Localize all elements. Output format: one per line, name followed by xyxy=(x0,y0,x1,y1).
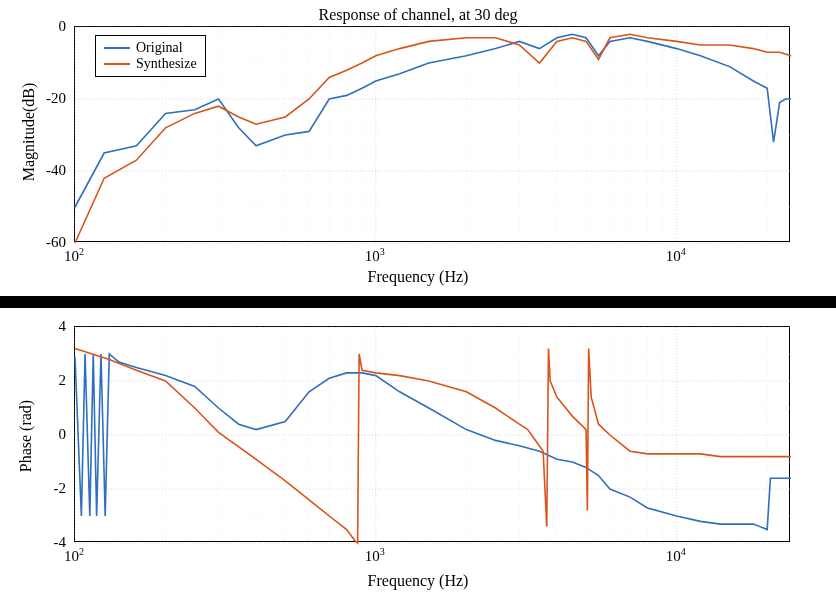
y-tick-label: -20 xyxy=(38,90,66,107)
y-tick-label: 0 xyxy=(38,18,66,35)
y-tick-label: -4 xyxy=(38,534,66,551)
bottom-chart: Phase (rad) Frequency (Hz) -4-2024 10210… xyxy=(0,308,836,605)
y-tick-label: 0 xyxy=(38,426,66,443)
x-tick-label: 102 xyxy=(64,246,84,265)
top-ylabel: Magnitude(dB) xyxy=(20,83,38,182)
y-tick-label: 4 xyxy=(38,318,66,335)
top-xlabel: Frequency (Hz) xyxy=(368,268,469,286)
legend-label-original: Original xyxy=(136,40,183,56)
bottom-xlabel: Frequency (Hz) xyxy=(368,572,469,590)
x-tick-label: 104 xyxy=(666,546,686,565)
x-tick-label: 103 xyxy=(365,246,385,265)
x-tick-label: 102 xyxy=(64,546,84,565)
top-plot-area: Original Synthesize xyxy=(74,26,790,242)
bottom-plot-area xyxy=(74,326,790,542)
legend-label-synthesize: Synthesize xyxy=(136,56,197,72)
bottom-lines xyxy=(75,327,791,543)
y-tick-label: -60 xyxy=(38,234,66,251)
legend-item-synthesize: Synthesize xyxy=(104,56,197,72)
y-tick-label: -2 xyxy=(38,480,66,497)
y-tick-label: 2 xyxy=(38,372,66,389)
top-chart: Response of channel, at 30 deg Magnitude… xyxy=(0,0,836,296)
y-tick-label: -40 xyxy=(38,162,66,179)
x-tick-label: 104 xyxy=(666,246,686,265)
bottom-grid xyxy=(75,327,791,543)
legend-item-original: Original xyxy=(104,40,197,56)
legend-swatch-synthesize xyxy=(104,63,130,65)
top-title: Response of channel, at 30 deg xyxy=(318,6,517,24)
bottom-ylabel: Phase (rad) xyxy=(17,400,35,472)
legend: Original Synthesize xyxy=(95,35,206,77)
x-tick-label: 103 xyxy=(365,546,385,565)
legend-swatch-original xyxy=(104,47,130,49)
